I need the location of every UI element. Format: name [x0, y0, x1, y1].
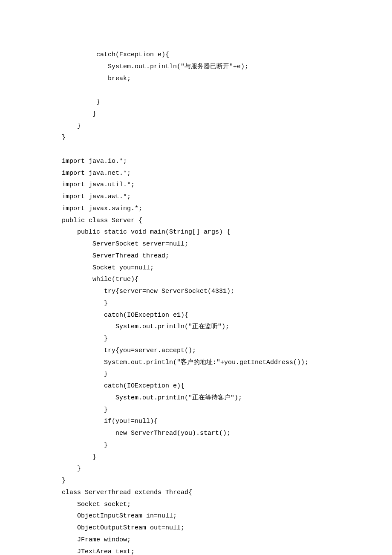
code-document: catch(Exception e){ System.out.println("…	[0, 0, 392, 555]
code-block: catch(Exception e){ System.out.println("…	[62, 51, 308, 555]
